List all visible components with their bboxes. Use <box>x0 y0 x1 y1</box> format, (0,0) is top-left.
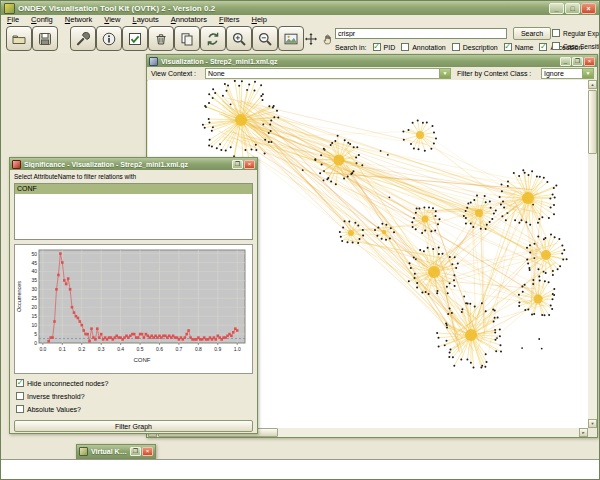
menu-item-layouts[interactable]: Layouts <box>126 15 164 25</box>
title-bar[interactable]: ONDEX Visualisation Tool Kit (OVTK) 2 - … <box>1 1 599 15</box>
hand-button[interactable] <box>320 31 336 47</box>
tools-icon <box>75 31 91 47</box>
menu-item-config[interactable]: Config <box>25 15 59 25</box>
search-option-case-sensitive-checkbox[interactable] <box>552 42 560 50</box>
chevron-down-icon[interactable]: ▼ <box>582 69 593 78</box>
scrollbar-thumb[interactable] <box>588 90 597 154</box>
attribute-item-conf[interactable]: CONF <box>15 184 252 194</box>
minimized-title: Virtual Kna... <box>91 448 130 455</box>
svg-text:CONF: CONF <box>134 357 151 363</box>
zoom-in-icon <box>231 31 247 47</box>
sig-restore-button[interactable]: ❐ <box>232 160 243 169</box>
view-context-label: View Context : <box>151 70 196 77</box>
svg-text:25: 25 <box>31 295 37 301</box>
significance-window-icon <box>12 160 21 169</box>
minimized-window[interactable]: Virtual Kna... ❐ × <box>76 444 156 459</box>
filter-option-inverse-threshold-checkbox[interactable] <box>16 392 24 400</box>
search-input[interactable] <box>335 28 507 39</box>
minimize-button[interactable]: _ <box>549 3 564 14</box>
min-restore-button[interactable]: ❐ <box>130 447 141 456</box>
min-close-button[interactable]: × <box>142 447 153 456</box>
filter-graph-button[interactable]: Filter Graph <box>14 420 253 432</box>
viz-close-button[interactable]: × <box>584 57 595 66</box>
menu-item-network[interactable]: Network <box>59 15 99 25</box>
save-button[interactable] <box>32 26 58 51</box>
pan-button[interactable] <box>303 31 319 47</box>
refresh-button[interactable] <box>200 26 226 51</box>
search-option-case-sensitive: Case Sensitive <box>552 42 600 50</box>
svg-text:0.8: 0.8 <box>195 346 202 352</box>
search-in-row: Search in: ✓PIDAnnotationDescription✓Nam… <box>335 43 582 51</box>
visualization-title-bar[interactable]: Visualization - Strep2_mini1.xml.gz _ ❐ … <box>147 55 597 67</box>
svg-text:0.6: 0.6 <box>156 346 163 352</box>
search-options: Regular ExpressionCase Sensitive <box>552 29 600 50</box>
filter-context-label: Filter by Context Class : <box>457 70 531 77</box>
copy-button[interactable] <box>174 26 200 51</box>
filter-option-absolute-values-checkbox[interactable] <box>16 405 24 413</box>
search-option-regular-expression-label: Regular Expression <box>563 30 600 37</box>
image-button[interactable] <box>278 26 304 51</box>
close-button[interactable]: × <box>581 3 596 14</box>
chevron-down-icon[interactable]: ▼ <box>439 69 450 78</box>
open-button[interactable] <box>6 26 32 51</box>
zoom-in-button[interactable] <box>226 26 252 51</box>
significance-window-controls: ❐ × <box>232 160 255 169</box>
scroll-up-icon[interactable]: ▲ <box>588 80 597 89</box>
search-button[interactable]: Search <box>513 27 551 40</box>
menu-item-annotators[interactable]: Annotators <box>165 15 213 25</box>
search-field-annotation-checkbox[interactable] <box>401 43 409 51</box>
mdi-desktop: Visualization - Strep2_mini1.xml.gz _ ❐ … <box>1 53 599 459</box>
search-field-pid: ✓PID <box>373 43 396 51</box>
svg-text:45: 45 <box>31 260 37 266</box>
svg-text:1.0: 1.0 <box>234 346 241 352</box>
search-field-annotation-label: Annotation <box>412 44 445 51</box>
scroll-down-icon[interactable]: ▼ <box>588 419 597 428</box>
delete-button[interactable] <box>148 26 174 51</box>
info-icon <box>101 31 117 47</box>
significance-title-bar[interactable]: Significance - Visualization - Strep2_mi… <box>10 158 257 170</box>
tools-button[interactable] <box>70 26 96 51</box>
scroll-right-icon[interactable]: ► <box>579 428 588 437</box>
search-option-regular-expression-checkbox[interactable] <box>552 29 560 37</box>
view-context-select[interactable]: None ▼ <box>205 68 451 79</box>
filter-context-select[interactable]: Ignore ▼ <box>541 68 594 79</box>
svg-text:10: 10 <box>31 322 37 328</box>
menu-item-help[interactable]: Help <box>245 15 272 25</box>
view-context-value: None <box>208 70 225 77</box>
save-icon <box>37 31 53 47</box>
check-icon <box>127 31 143 47</box>
visualization-toolbar: View Context : None ▼ Filter by Context … <box>147 67 597 81</box>
search-option-regular-expression: Regular Expression <box>552 29 600 37</box>
svg-text:5: 5 <box>34 331 37 337</box>
application-window: ONDEX Visualisation Tool Kit (OVTK) 2 - … <box>0 0 600 480</box>
search-field-name-checkbox[interactable]: ✓ <box>504 43 512 51</box>
svg-text:35: 35 <box>31 277 37 283</box>
viz-restore-button[interactable]: ❐ <box>572 57 583 66</box>
vertical-scrollbar[interactable]: ▲ ▼ <box>588 80 597 428</box>
search-field-description-checkbox[interactable] <box>452 43 460 51</box>
search-in-label: Search in: <box>335 44 367 51</box>
menu-item-filters[interactable]: Filters <box>213 15 245 25</box>
menu-item-view[interactable]: View <box>98 15 126 25</box>
menu-item-file[interactable]: File <box>1 15 25 25</box>
significance-title: Significance - Visualization - Strep2_mi… <box>24 161 232 168</box>
search-field-pid-checkbox[interactable]: ✓ <box>373 43 381 51</box>
search-field-accession-checkbox[interactable]: ✓ <box>539 43 547 51</box>
maximize-button[interactable]: □ <box>565 3 580 14</box>
significance-window[interactable]: Significance - Visualization - Strep2_mi… <box>9 157 258 434</box>
sig-close-button[interactable]: × <box>244 160 255 169</box>
svg-text:50: 50 <box>31 251 37 257</box>
filter-option-hide-unconnected-nodes-checkbox[interactable]: ✓ <box>16 379 24 387</box>
minimized-title-bar[interactable]: Virtual Kna... ❐ × <box>77 445 155 458</box>
command-console[interactable]: Command console v1.0 Type 'help;' for mo… <box>1 459 600 480</box>
viz-minimize-button[interactable]: _ <box>560 57 571 66</box>
svg-text:0.0: 0.0 <box>39 346 46 352</box>
search-field-annotation: Annotation <box>401 43 445 51</box>
filter-option-hide-unconnected-nodes-label: Hide unconnected nodes? <box>27 380 108 387</box>
filter-option-absolute-values: Absolute Values? <box>16 405 81 413</box>
info-button[interactable] <box>96 26 122 51</box>
zoom-out-button[interactable] <box>252 26 278 51</box>
attribute-list[interactable]: CONF <box>14 183 253 240</box>
filter-option-absolute-values-label: Absolute Values? <box>27 406 81 413</box>
check-button[interactable] <box>122 26 148 51</box>
